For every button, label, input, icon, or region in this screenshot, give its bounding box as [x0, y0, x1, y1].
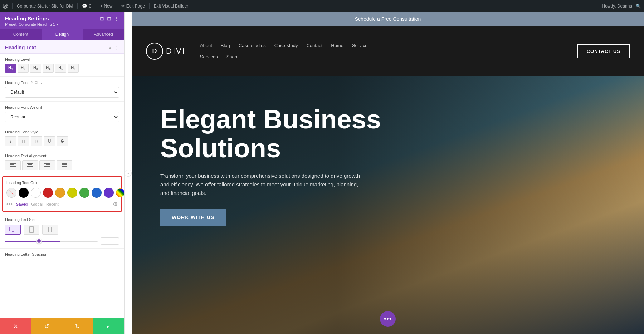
contact-us-button[interactable]: CONTACT US [577, 44, 630, 58]
hero-subtitle: Transform your business with our compreh… [160, 172, 361, 197]
hero-cta-button[interactable]: WORK WITH US [160, 209, 226, 226]
color-tabs-dots[interactable]: ••• [6, 201, 13, 207]
new-post-button[interactable]: + New [100, 4, 112, 9]
panel-resize-handle[interactable]: ↔ [125, 12, 132, 334]
color-tab-saved[interactable]: Saved [16, 202, 28, 206]
svg-rect-3 [27, 163, 33, 164]
tab-design[interactable]: Design [42, 29, 83, 40]
section-collapse-btn[interactable]: ▲ [108, 45, 112, 50]
panel-content: Heading Text ▲ ⋮ Heading Level H1 H2 H3 … [0, 40, 124, 318]
heading-font-group: Heading Font ? ⊡ ⋮ Default [0, 77, 124, 102]
heading-font-select[interactable]: Default [5, 87, 119, 98]
heading-letter-spacing-label: Heading Letter Spacing [5, 252, 119, 256]
site-name[interactable]: Corporate Starter Site for Divi [17, 4, 73, 9]
nav-blog[interactable]: Blog [221, 43, 230, 48]
color-swatch-white[interactable] [31, 188, 41, 198]
wp-logo-icon[interactable] [3, 4, 8, 9]
color-swatch-red[interactable] [43, 188, 53, 198]
preview-area: Schedule a Free Consultation D DIVI Abou… [132, 12, 644, 334]
size-tablet-icon[interactable] [24, 225, 39, 235]
edit-page-button[interactable]: ✏ Edit Page [121, 4, 145, 9]
color-swatch-blue[interactable] [92, 188, 102, 198]
heading-font-weight-select[interactable]: Regular [5, 112, 119, 122]
save-button[interactable]: ✓ [93, 318, 124, 334]
color-swatch-purple[interactable] [104, 188, 114, 198]
color-swatch-green[interactable] [79, 188, 89, 198]
color-swatch-orange[interactable] [55, 188, 65, 198]
align-justify-btn[interactable] [57, 160, 72, 170]
color-tab-gear-icon[interactable]: ⚙ [113, 201, 118, 207]
tab-advanced[interactable]: Advanced [83, 29, 124, 40]
color-swatch-none[interactable] [6, 188, 16, 198]
heading-level-h4[interactable]: H4 [43, 64, 54, 73]
font-style-uppercase-btn[interactable]: TT [18, 136, 29, 146]
color-swatch-yellow[interactable] [67, 188, 77, 198]
heading-level-h6[interactable]: H6 [68, 64, 79, 73]
section-more-btn[interactable]: ⋮ [114, 45, 119, 50]
nav-about[interactable]: About [200, 43, 212, 48]
heading-level-h5[interactable]: H5 [55, 64, 66, 73]
wp-bar-separator-5 [149, 3, 150, 9]
heading-size-slider[interactable] [5, 241, 98, 242]
tab-content[interactable]: Content [0, 29, 42, 40]
nav-services[interactable]: Services [200, 54, 218, 59]
cancel-button[interactable]: ✕ [0, 318, 31, 334]
color-tabs-row: ••• Saved Global Recent ⚙ [6, 201, 118, 207]
panel-preset[interactable]: Preset: Corporate Heading 1 ▾ [5, 22, 119, 27]
color-swatch-black[interactable] [19, 188, 29, 198]
nav-service[interactable]: Service [352, 43, 367, 48]
svg-rect-10 [62, 164, 67, 165]
heading-size-input[interactable]: 72px [101, 237, 119, 245]
font-style-underline-btn[interactable]: U [44, 136, 55, 146]
color-tab-recent[interactable]: Recent [46, 202, 59, 206]
nav-case-study[interactable]: Case-study [274, 43, 298, 48]
site-logo: D DIVI [146, 43, 186, 60]
heading-level-h1[interactable]: H1 [5, 64, 16, 73]
panel-columns-icon[interactable]: ⊞ [107, 16, 111, 21]
heading-level-h3[interactable]: H3 [30, 64, 41, 73]
font-style-buttons: I TT Tt U S [5, 136, 119, 146]
panel-header-top: Heading Settings ⊡ ⊞ ⋮ [5, 15, 119, 21]
font-style-strikethrough-btn[interactable]: S [57, 136, 68, 146]
hero-dots-button[interactable]: ••• [380, 311, 396, 327]
heading-font-help-icon[interactable]: ? [30, 80, 33, 85]
comments-link[interactable]: 💬 0 [82, 4, 91, 9]
svg-rect-8 [44, 166, 50, 167]
color-picker-btn[interactable] [116, 188, 124, 197]
size-mobile-icon[interactable] [42, 225, 58, 235]
heading-level-h2[interactable]: H2 [18, 64, 29, 73]
align-right-btn[interactable] [39, 160, 55, 170]
nav-shop[interactable]: Shop [226, 54, 237, 59]
redo-button[interactable]: ↻ [62, 318, 93, 334]
search-icon[interactable]: 🔍 [636, 4, 641, 9]
size-desktop-icon[interactable] [5, 225, 21, 235]
nav-case-studies[interactable]: Case-studies [239, 43, 266, 48]
nav-home[interactable]: Home [331, 43, 343, 48]
font-style-capitalize-btn[interactable]: Tt [31, 136, 42, 146]
align-center-btn[interactable] [22, 160, 38, 170]
align-left-btn[interactable] [5, 160, 21, 170]
reset-button[interactable]: ↺ [31, 318, 62, 334]
heading-level-label: Heading Level [5, 57, 119, 62]
nav-contact[interactable]: Contact [306, 43, 322, 48]
wp-bar-separator-2 [77, 3, 78, 9]
howdy-user[interactable]: Howdy, Deanna [602, 4, 633, 9]
color-tab-global[interactable]: Global [31, 202, 43, 206]
svg-rect-4 [28, 164, 32, 165]
heading-font-copy-icon[interactable]: ⊡ [34, 80, 38, 85]
wp-bar-separator-4 [117, 3, 117, 9]
heading-font-style-label: Heading Font Style [5, 130, 119, 134]
svg-rect-0 [10, 163, 16, 164]
size-device-icons [5, 225, 119, 235]
section-controls: ▲ ⋮ [108, 45, 119, 50]
heading-font-more-icon[interactable]: ⋮ [39, 80, 43, 85]
banner-bar: Schedule a Free Consultation [132, 12, 644, 26]
panel-resize-icon[interactable]: ⊡ [100, 16, 104, 21]
heading-text-alignment-group: Heading Text Alignment [0, 150, 124, 174]
font-style-italic-btn[interactable]: I [5, 136, 16, 146]
dots-circle[interactable]: ••• [380, 311, 396, 327]
panel-more-icon[interactable]: ⋮ [114, 16, 119, 21]
exit-builder-button[interactable]: Exit Visual Builder [154, 4, 189, 9]
heading-font-weight-group: Heading Font Weight Regular [0, 102, 124, 126]
heading-text-size-label: Heading Text Size [5, 217, 119, 222]
